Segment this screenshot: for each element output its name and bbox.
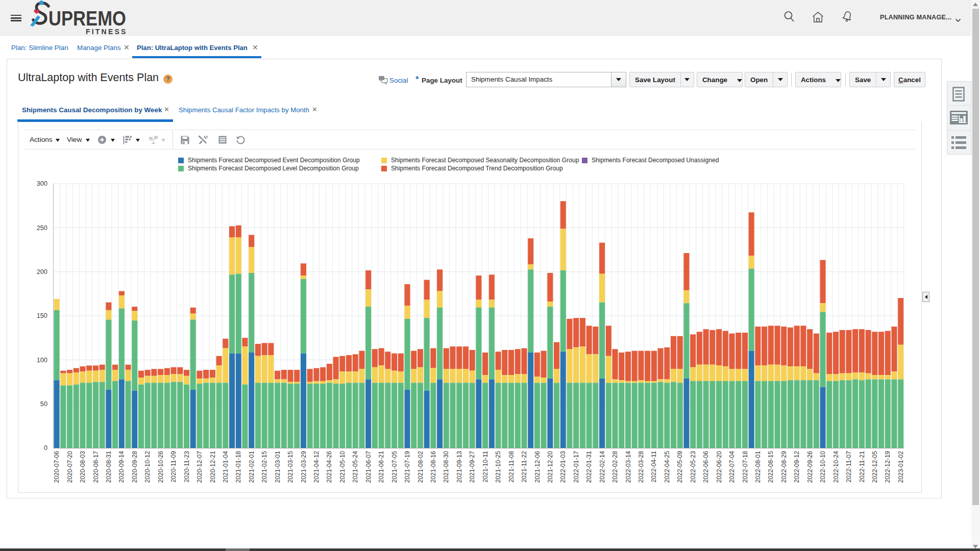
svg-text:2020-12-21: 2020-12-21 — [209, 451, 216, 483]
svg-text:2021-10-11: 2021-10-11 — [482, 451, 489, 483]
svg-text:2022-01-03: 2022-01-03 — [560, 451, 567, 483]
svg-text:2021-03-01: 2021-03-01 — [274, 451, 281, 483]
svg-text:2022-03-14: 2022-03-14 — [625, 451, 632, 483]
svg-text:2020-12-07: 2020-12-07 — [196, 451, 203, 483]
svg-text:2021-01-04: 2021-01-04 — [222, 451, 229, 483]
svg-text:2022-01-17: 2022-01-17 — [573, 451, 580, 483]
svg-text:2022-05-23: 2022-05-23 — [690, 451, 697, 483]
svg-text:2022-09-26: 2022-09-26 — [806, 451, 814, 483]
svg-text:2022-11-07: 2022-11-07 — [845, 451, 852, 483]
svg-text:2020-09-14: 2020-09-14 — [118, 451, 126, 483]
svg-text:200: 200 — [37, 268, 47, 276]
svg-text:2021-08-16: 2021-08-16 — [430, 451, 437, 483]
svg-text:2021-04-12: 2021-04-12 — [313, 451, 320, 483]
svg-text:2021-05-24: 2021-05-24 — [352, 451, 359, 483]
svg-text:2021-09-27: 2021-09-27 — [469, 451, 476, 483]
svg-text:2022-06-20: 2022-06-20 — [716, 451, 723, 483]
svg-text:2020-10-12: 2020-10-12 — [144, 451, 151, 483]
svg-text:100: 100 — [37, 356, 47, 364]
svg-text:2021-10-25: 2021-10-25 — [495, 451, 502, 483]
svg-text:2022-11-21: 2022-11-21 — [859, 451, 866, 483]
svg-text:2021-08-30: 2021-08-30 — [443, 451, 450, 483]
svg-text:2021-04-26: 2021-04-26 — [326, 451, 333, 483]
svg-text:2021-12-06: 2021-12-06 — [534, 451, 541, 483]
svg-text:2021-06-07: 2021-06-07 — [365, 451, 372, 483]
svg-text:2021-05-10: 2021-05-10 — [339, 451, 346, 483]
svg-text:UPREMO: UPREMO — [48, 7, 126, 30]
svg-text:150: 150 — [37, 312, 47, 319]
svg-text:2021-11-08: 2021-11-08 — [508, 451, 515, 483]
svg-text:2022-04-25: 2022-04-25 — [664, 451, 671, 483]
svg-text:300: 300 — [37, 180, 47, 187]
svg-text:2022-08-01: 2022-08-01 — [754, 451, 762, 483]
svg-text:2021-12-20: 2021-12-20 — [547, 451, 554, 483]
svg-text:2021-01-18: 2021-01-18 — [235, 451, 242, 483]
svg-text:2022-05-09: 2022-05-09 — [676, 451, 683, 483]
svg-text:2020-10-26: 2020-10-26 — [157, 451, 164, 483]
svg-text:2021-03-29: 2021-03-29 — [300, 451, 307, 483]
svg-text:2022-08-15: 2022-08-15 — [768, 451, 775, 483]
svg-text:2020-08-17: 2020-08-17 — [92, 451, 100, 483]
svg-text:2022-10-24: 2022-10-24 — [832, 451, 840, 483]
svg-text:2021-11-22: 2021-11-22 — [521, 451, 528, 483]
svg-text:2022-12-05: 2022-12-05 — [871, 451, 878, 483]
svg-text:2022-09-12: 2022-09-12 — [793, 451, 800, 483]
svg-text:2021-06-21: 2021-06-21 — [378, 451, 385, 483]
svg-text:2020-11-09: 2020-11-09 — [170, 451, 177, 483]
svg-text:2023-01-02: 2023-01-02 — [897, 451, 904, 483]
svg-text:2022-08-29: 2022-08-29 — [780, 451, 788, 483]
svg-text:2021-03-15: 2021-03-15 — [287, 451, 294, 483]
svg-text:2022-04-11: 2022-04-11 — [651, 451, 658, 483]
svg-text:2021-08-02: 2021-08-02 — [417, 451, 424, 483]
svg-text:FITNESS: FITNESS — [86, 28, 128, 36]
svg-text:2022-03-28: 2022-03-28 — [638, 451, 645, 483]
svg-text:2020-07-20: 2020-07-20 — [66, 451, 74, 483]
svg-text:2021-02-15: 2021-02-15 — [261, 451, 268, 483]
svg-text:2020-11-23: 2020-11-23 — [183, 451, 190, 483]
svg-text:2020-08-03: 2020-08-03 — [79, 451, 86, 483]
svg-text:0: 0 — [44, 444, 47, 452]
svg-text:2020-07-06: 2020-07-06 — [53, 451, 60, 483]
svg-text:2022-02-14: 2022-02-14 — [599, 451, 606, 483]
svg-text:2020-08-31: 2020-08-31 — [105, 451, 112, 483]
svg-text:2021-07-19: 2021-07-19 — [404, 451, 411, 483]
svg-text:2021-07-05: 2021-07-05 — [391, 451, 398, 483]
svg-text:2022-12-19: 2022-12-19 — [885, 451, 892, 483]
svg-text:2021-09-13: 2021-09-13 — [456, 451, 463, 483]
svg-text:2022-10-10: 2022-10-10 — [819, 451, 826, 483]
svg-text:2021-02-01: 2021-02-01 — [248, 451, 255, 483]
svg-text:2022-07-04: 2022-07-04 — [728, 451, 736, 483]
svg-text:2022-01-31: 2022-01-31 — [585, 451, 593, 483]
svg-text:50: 50 — [40, 400, 47, 408]
svg-text:2020-09-28: 2020-09-28 — [131, 451, 138, 483]
svg-text:2022-06-06: 2022-06-06 — [702, 451, 709, 483]
svg-text:2022-07-18: 2022-07-18 — [742, 451, 749, 483]
svg-text:250: 250 — [37, 224, 47, 232]
svg-text:2022-02-28: 2022-02-28 — [611, 451, 619, 483]
